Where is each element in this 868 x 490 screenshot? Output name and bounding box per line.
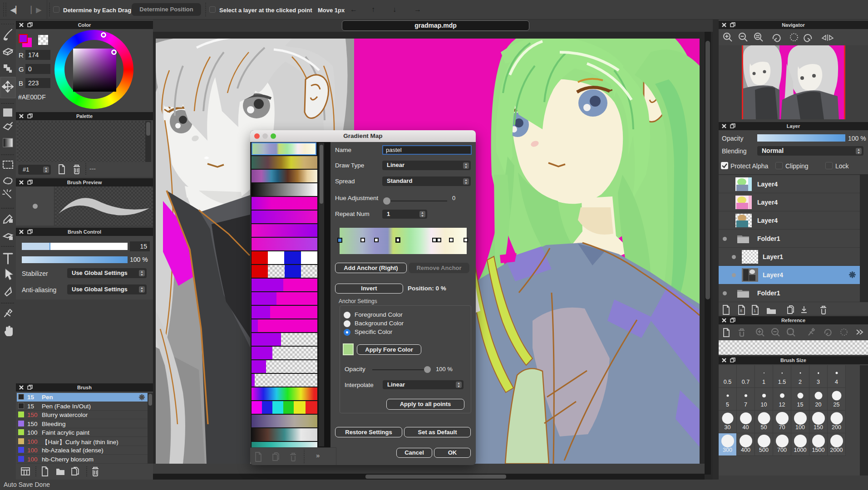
svg-text:1: 1 <box>754 309 756 313</box>
svg-text:8: 8 <box>740 309 742 313</box>
